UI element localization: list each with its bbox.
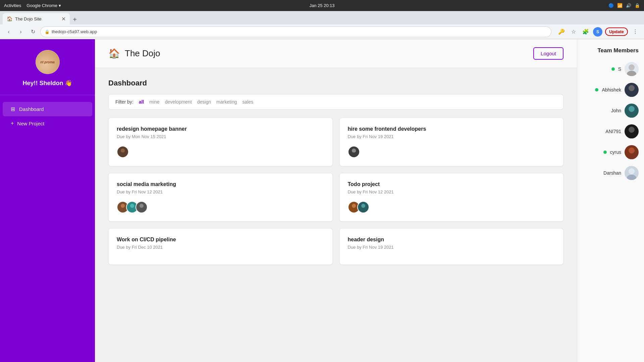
project-members-4 <box>348 201 555 213</box>
member-photo-abhishek <box>625 83 639 97</box>
os-bar-right: 🔵 📶 🔊 🔒 <box>608 3 640 8</box>
svg-point-4 <box>121 204 125 208</box>
sidebar: nt proma Hey!! Sheldon 👋 ⊞ Dashboard + N… <box>0 39 95 362</box>
filter-mine[interactable]: mine <box>149 99 159 105</box>
main-header: 🏠 The Dojo Logout <box>95 39 577 68</box>
team-member-abhishek: Abhishek <box>583 83 639 97</box>
forward-button[interactable]: › <box>16 27 25 37</box>
extensions-icon[interactable]: 🧩 <box>581 27 590 37</box>
member-photo-john <box>625 104 639 118</box>
project-card-3[interactable]: social media marketing Due by Fri Nov 12… <box>108 173 333 222</box>
browser-tab[interactable]: 🏠 The Dojo Site ✕ <box>3 13 70 24</box>
greeting-text: Hey!! Sheldon 👋 <box>22 79 72 87</box>
header-dojo-icon: 🏠 <box>108 48 120 59</box>
svg-point-1 <box>119 153 126 157</box>
browser-address-bar: ‹ › ↻ 🔒 thedojo-c5a97.web.app 🔑 ☆ 🧩 S Up… <box>0 24 644 39</box>
filter-all[interactable]: all <box>139 99 144 105</box>
team-members-title: Team Members <box>583 47 639 54</box>
svg-point-0 <box>121 148 125 153</box>
url-text: thedojo-c5a97.web.app <box>52 29 97 34</box>
tab-close-button[interactable]: ✕ <box>61 16 66 22</box>
update-button[interactable]: Update <box>605 27 628 36</box>
back-button[interactable]: ‹ <box>4 27 13 37</box>
lock-icon: 🔒 <box>45 29 50 34</box>
member-avatar <box>348 146 360 158</box>
project-card-4[interactable]: Todo project Due by Fri Nov 12 2021 <box>339 173 564 222</box>
reload-button[interactable]: ↻ <box>28 27 38 37</box>
filter-bar: Filter by: all mine development design m… <box>108 94 564 110</box>
svg-point-7 <box>129 208 136 213</box>
main-content: 🏠 The Dojo Logout Dashboard Filter by: a… <box>95 39 577 362</box>
svg-point-18 <box>629 106 635 112</box>
project-card-6[interactable]: header design Due by Fri Nov 19 2021 <box>339 228 564 265</box>
sidebar-item-dashboard[interactable]: ⊞ Dashboard <box>3 102 92 116</box>
svg-point-19 <box>627 112 636 118</box>
svg-point-2 <box>352 148 356 153</box>
project-name-2: hire some frontend developers <box>348 126 555 132</box>
member-photo-darshan <box>625 166 639 180</box>
svg-point-11 <box>351 208 357 213</box>
project-members-3 <box>117 201 324 213</box>
project-card-1[interactable]: redesign homepage banner Due by Mon Nov … <box>108 118 333 166</box>
svg-point-16 <box>629 85 635 91</box>
svg-point-14 <box>629 64 635 70</box>
project-due-1: Due by Mon Nov 15 2021 <box>117 134 324 139</box>
sidebar-nav: ⊞ Dashboard + New Project <box>0 95 95 137</box>
member-photo-s <box>625 62 639 76</box>
svg-point-12 <box>361 204 365 208</box>
star-icon[interactable]: ☆ <box>569 27 578 37</box>
team-member-ani791: ANI791 <box>583 124 639 138</box>
project-members-1 <box>117 146 324 158</box>
activities-label[interactable]: Activities <box>4 3 21 8</box>
project-card-5[interactable]: Work on CI/CD pipeline Due by Fri Dec 10… <box>108 228 333 265</box>
svg-point-17 <box>627 92 636 97</box>
browser-tab-bar: 🏠 The Dojo Site ✕ + <box>0 11 644 24</box>
profile-avatar[interactable]: S <box>593 27 602 37</box>
project-grid: redesign homepage banner Due by Mon Nov … <box>108 118 564 265</box>
new-tab-button[interactable]: + <box>70 14 80 24</box>
member-name-john: John <box>611 108 621 113</box>
main-body: Dashboard Filter by: all mine developmen… <box>95 68 577 362</box>
svg-point-13 <box>360 208 367 213</box>
project-name-6: header design <box>348 237 555 243</box>
os-datetime: Jan 25 20:13 <box>309 3 334 8</box>
project-card-2[interactable]: hire some frontend developers Due by Fri… <box>339 118 564 166</box>
member-name-ani791: ANI791 <box>605 129 621 134</box>
project-members-2 <box>348 146 555 158</box>
new-project-label: New Project <box>17 121 44 126</box>
member-photo-ani791 <box>625 124 639 138</box>
wifi-icon: 📶 <box>617 3 623 8</box>
browser-label[interactable]: Google Chrome ▾ <box>26 3 61 8</box>
filter-marketing[interactable]: marketing <box>216 99 237 105</box>
status-indicator-s <box>611 67 615 71</box>
sidebar-item-new-project[interactable]: + New Project <box>3 116 92 130</box>
filter-sales[interactable]: sales <box>243 99 254 105</box>
team-member-john: John <box>583 104 639 118</box>
browser-actions: 🔑 ☆ 🧩 S Update ⋮ <box>557 27 640 37</box>
svg-point-3 <box>351 153 357 157</box>
member-avatar <box>357 201 369 213</box>
svg-point-22 <box>629 147 635 154</box>
os-bar-left: Activities Google Chrome ▾ <box>4 3 61 8</box>
logout-button[interactable]: Logout <box>533 47 564 60</box>
member-name-cyrus: cyrus <box>610 149 621 155</box>
member-name-s: S <box>618 66 621 72</box>
project-name-3: social media marketing <box>117 181 324 187</box>
menu-icon[interactable]: ⋮ <box>631 27 640 37</box>
svg-point-8 <box>140 204 144 208</box>
dashboard-title: Dashboard <box>108 79 564 87</box>
tab-title: The Dojo Site <box>15 16 42 21</box>
app-container: nt proma Hey!! Sheldon 👋 ⊞ Dashboard + N… <box>0 39 644 362</box>
svg-point-24 <box>629 168 635 174</box>
address-bar[interactable]: 🔒 thedojo-c5a97.web.app <box>40 26 551 37</box>
dashboard-icon: ⊞ <box>11 106 15 112</box>
project-due-2: Due by Fri Nov 19 2021 <box>348 134 555 139</box>
filter-design[interactable]: design <box>197 99 211 105</box>
avatar-image: nt proma <box>36 50 60 74</box>
os-bar: Activities Google Chrome ▾ Jan 25 20:13 … <box>0 0 644 11</box>
user-avatar: nt proma <box>36 50 60 74</box>
filter-development[interactable]: development <box>165 99 192 105</box>
team-member-darshan: Darshan <box>583 166 639 180</box>
status-indicator-cyrus <box>603 150 607 154</box>
status-indicator-ani791 <box>599 130 602 133</box>
